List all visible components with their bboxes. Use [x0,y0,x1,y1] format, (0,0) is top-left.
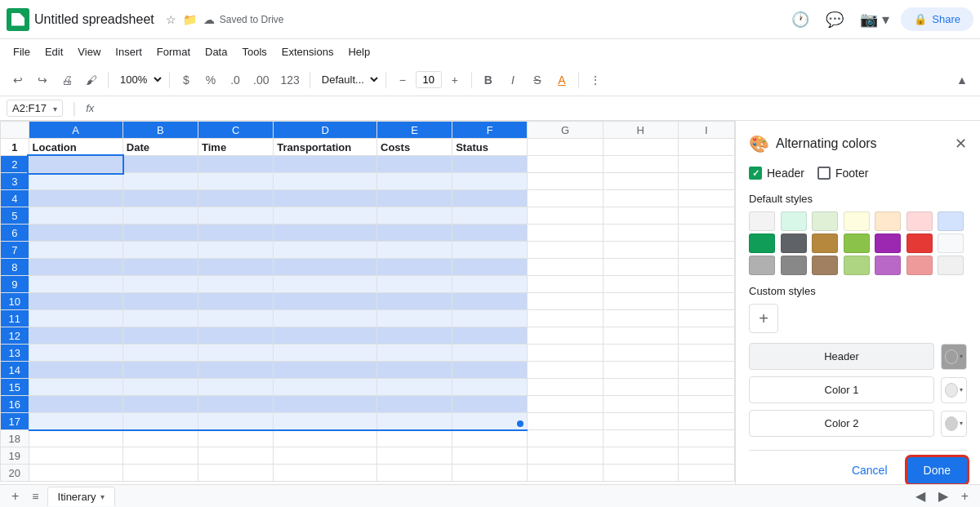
redo-button[interactable]: ↪ [31,69,54,91]
cell-F17[interactable] [452,413,528,430]
cell-H19[interactable] [603,447,678,465]
row-header-4[interactable]: 4 [1,190,29,207]
cell-F10[interactable] [452,293,528,310]
cell-C16[interactable] [198,396,274,413]
color-swatch[interactable] [906,256,933,275]
col-header-e[interactable]: E [377,122,452,139]
cell-F9[interactable] [452,276,528,293]
cell-B20[interactable] [122,465,198,482]
cell-H15[interactable] [603,379,678,396]
cell-B19[interactable] [122,447,198,465]
cell-D8[interactable] [274,259,377,276]
cell-A20[interactable] [29,465,122,482]
cell-E10[interactable] [377,293,452,310]
menu-file[interactable]: File [7,42,37,61]
cell-I5[interactable] [678,207,734,225]
menu-help[interactable]: Help [341,42,376,61]
cell-C19[interactable] [198,447,274,465]
color-swatch[interactable] [781,233,807,253]
cell-F18[interactable] [452,430,528,447]
cell-G7[interactable] [528,242,603,259]
add-sheet-bottom-button[interactable]: + [956,487,973,505]
col-header-g[interactable]: G [528,122,603,139]
cell-D11[interactable] [274,310,377,327]
row-header-9[interactable]: 9 [1,276,29,293]
cell-D12[interactable] [274,327,377,345]
cell-I11[interactable] [678,310,734,327]
cell-G12[interactable] [528,327,603,345]
color2-color-picker[interactable]: ▾ [941,411,967,437]
cell-B18[interactable] [122,430,198,447]
cell-C13[interactable] [198,345,274,362]
done-button[interactable]: Done [907,457,967,483]
cell-F2[interactable] [452,156,528,173]
cell-G9[interactable] [528,276,603,293]
cell-D19[interactable] [274,447,377,465]
cell-C4[interactable] [198,190,274,207]
cell-C2[interactable] [198,156,274,173]
more-formats-button[interactable]: ⋮ [584,69,607,91]
share-button[interactable]: 🔒 Share [901,7,973,31]
cell-E6[interactable] [377,225,452,242]
cell-G17[interactable] [528,413,603,430]
cell-I1[interactable] [678,139,734,156]
increase-font-button[interactable]: + [443,69,466,91]
cell-I17[interactable] [678,413,734,430]
cloud-button[interactable]: ☁ [202,11,216,28]
row-header-6[interactable]: 6 [1,225,29,242]
cell-H17[interactable] [603,413,678,430]
number-format-button[interactable]: 123 [275,69,304,91]
color-swatch[interactable] [906,233,933,253]
bold-button[interactable]: B [477,69,500,91]
cell-H6[interactable] [603,225,678,242]
cell-A4[interactable] [29,190,122,207]
cell-A16[interactable] [29,396,122,413]
add-custom-style-button[interactable]: + [749,304,778,333]
header-color-picker[interactable]: ▾ [941,344,967,370]
cell-I19[interactable] [678,447,734,465]
cell-C14[interactable] [198,362,274,379]
text-color-button[interactable]: A [550,69,573,91]
cell-E8[interactable] [377,259,452,276]
cell-D1[interactable]: Transportation [274,139,377,156]
font-select[interactable]: Default... [315,71,381,88]
cell-B2[interactable] [122,156,198,173]
cell-G8[interactable] [528,259,603,276]
cell-D14[interactable] [274,362,377,379]
color-swatch[interactable] [812,233,838,253]
cell-G13[interactable] [528,345,603,362]
cell-C17[interactable] [198,413,274,430]
cell-I10[interactable] [678,293,734,310]
menu-tools[interactable]: Tools [235,42,273,61]
cell-E2[interactable] [377,156,452,173]
color-swatch[interactable] [938,211,964,231]
cell-C20[interactable] [198,465,274,482]
cell-I4[interactable] [678,190,734,207]
row-header-20[interactable]: 20 [1,465,29,482]
meet-button[interactable]: 📷 ▾ [855,7,894,32]
cell-H11[interactable] [603,310,678,327]
cell-E11[interactable] [377,310,452,327]
undo-button[interactable]: ↩ [7,69,29,91]
color-swatch[interactable] [749,256,775,275]
menu-extensions[interactable]: Extensions [275,42,341,61]
cell-D6[interactable] [274,225,377,242]
row-header-2[interactable]: 2 [1,156,29,173]
cell-H4[interactable] [603,190,678,207]
sheet-menu-button[interactable]: ≡ [27,488,43,505]
cell-F16[interactable] [452,396,528,413]
cell-D2[interactable] [274,156,377,173]
row-header-1[interactable]: 1 [1,139,29,156]
cell-A19[interactable] [29,447,122,465]
color-swatch[interactable] [812,211,838,231]
cell-H2[interactable] [603,156,678,173]
cell-E17[interactable] [377,413,452,430]
cell-A3[interactable] [29,173,122,190]
print-button[interactable]: 🖨 [56,69,78,91]
paint-format-button[interactable]: 🖌 [80,69,103,91]
menu-insert[interactable]: Insert [109,42,149,61]
menu-format[interactable]: Format [150,42,197,61]
color1-style-button[interactable]: Color 1 [749,376,934,403]
close-panel-button[interactable]: ✕ [955,135,967,153]
cell-C6[interactable] [198,225,274,242]
